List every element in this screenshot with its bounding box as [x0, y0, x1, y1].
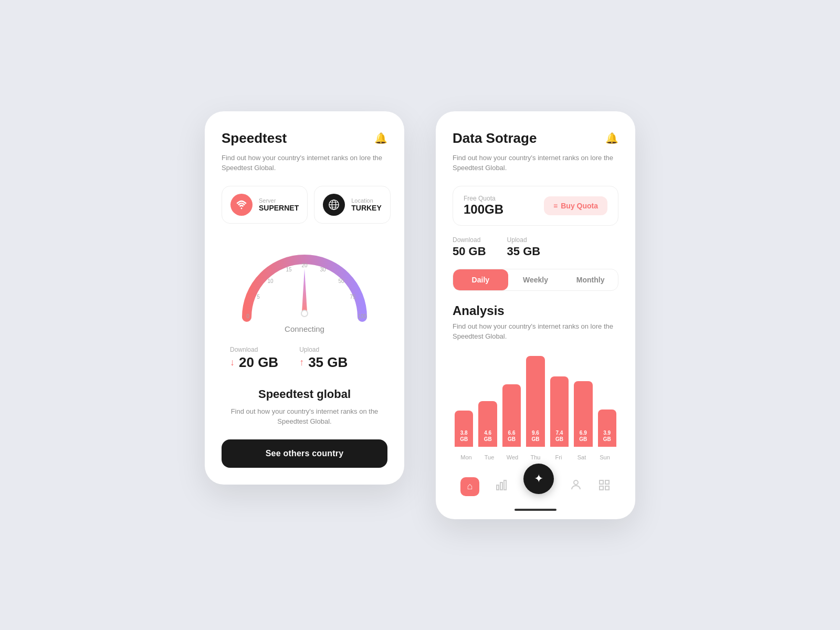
- mini-download-label: Download: [453, 236, 486, 244]
- svg-rect-18: [504, 480, 506, 490]
- svg-text:15: 15: [286, 267, 292, 272]
- nav-grid-button[interactable]: [598, 479, 611, 495]
- server-label: Server SUPERNET: [259, 197, 299, 212]
- speedtest-card: Speedtest 🔔 Find out how your country's …: [205, 111, 404, 485]
- download-value: 20 GB: [239, 354, 278, 371]
- svg-rect-17: [500, 482, 502, 490]
- svg-point-15: [301, 310, 308, 317]
- buy-quota-icon: ≡: [553, 202, 558, 210]
- bottom-nav: ⌂ ✦: [453, 469, 618, 509]
- bar-col-wed: 6.6 GB: [502, 352, 521, 447]
- bar-col-tue: 4.6 GB: [478, 352, 497, 447]
- tab-weekly[interactable]: Weekly: [508, 269, 563, 290]
- svg-marker-14: [302, 269, 307, 312]
- upload-label: Upload: [299, 346, 348, 353]
- nav-chart-button[interactable]: [495, 479, 508, 495]
- bar-label-tue: 4.6 GB: [484, 430, 492, 443]
- svg-rect-23: [605, 486, 609, 490]
- location-icon-wrap: [323, 194, 345, 216]
- global-section: Speedtest global Find out how your count…: [222, 387, 387, 427]
- server-label-small: Server: [259, 197, 299, 204]
- quota-section: Free Quota 100GB ≡ Buy Quota: [453, 186, 618, 226]
- bar-col-sat: 6.9 GB: [574, 352, 592, 447]
- mini-download-value: 50 GB: [453, 245, 486, 258]
- connecting-text: Connecting: [285, 324, 324, 333]
- location-label: Location TURKEY: [351, 197, 382, 212]
- server-icon-wrap: [230, 194, 253, 216]
- location-box[interactable]: Location TURKEY: [314, 186, 391, 224]
- home-icon: ⌂: [467, 481, 473, 492]
- bar-label-fri: 7.4 GB: [555, 430, 563, 443]
- download-item: Download ↓ 20 GB: [230, 346, 278, 371]
- bar-day-fri: Fri: [547, 454, 570, 460]
- svg-text:20: 20: [301, 262, 308, 268]
- mini-upload: Upload 35 GB: [507, 236, 541, 258]
- svg-text:0: 0: [246, 313, 249, 319]
- svg-text:50: 50: [338, 278, 344, 284]
- bar-label-sun: 3.9 GB: [603, 430, 611, 443]
- svg-text:75: 75: [350, 294, 356, 300]
- dl-ul-mini-row: Download 50 GB Upload 35 GB: [453, 236, 618, 258]
- see-others-button[interactable]: See others country: [222, 439, 387, 468]
- bar-day-wed: Wed: [501, 454, 524, 460]
- nav-home-button[interactable]: ⌂: [460, 477, 479, 496]
- tab-row: Daily Weekly Monthly: [453, 269, 618, 291]
- bar-col-sun: 3.9 GB: [598, 352, 616, 447]
- bar-label-mon: 3.8 GB: [460, 430, 468, 443]
- svg-text:10: 10: [267, 278, 274, 284]
- bar-day-sun: Sun: [593, 454, 616, 460]
- download-value-row: ↓ 20 GB: [230, 354, 278, 371]
- tab-monthly[interactable]: Monthly: [563, 269, 618, 290]
- bar-sun: 3.9 GB: [598, 410, 616, 446]
- bar-mon: 3.8 GB: [455, 411, 473, 446]
- bar-tue: 4.6 GB: [478, 401, 497, 446]
- bar-col-mon: 3.8 GB: [455, 352, 473, 447]
- global-title: Speedtest global: [222, 387, 387, 401]
- server-box[interactable]: Server SUPERNET: [222, 186, 308, 224]
- speedometer: 0 5 10 15 20 30 50 75 100: [222, 238, 387, 333]
- bar-day-tue: Tue: [478, 454, 501, 460]
- tab-daily[interactable]: Daily: [453, 269, 508, 290]
- left-card-title: Speedtest: [222, 130, 287, 146]
- app-container: Speedtest 🔔 Find out how your country's …: [173, 80, 667, 551]
- bar-day-mon: Mon: [455, 454, 478, 460]
- right-card-header: Data Sotrage 🔔: [453, 130, 618, 146]
- mini-upload-value: 35 GB: [507, 245, 541, 258]
- svg-point-19: [574, 480, 578, 485]
- upload-value: 35 GB: [308, 354, 348, 371]
- fab-icon: ✦: [534, 472, 543, 486]
- analysis-subtitle: Find out how your country's internet ran…: [453, 321, 618, 342]
- server-value: SUPERNET: [259, 204, 299, 212]
- bar-label-thu: 9.6 GB: [531, 430, 539, 443]
- bar-wed: 6.6 GB: [502, 384, 521, 447]
- buy-quota-label: Buy Quota: [561, 202, 598, 210]
- nav-fab-button[interactable]: ✦: [523, 464, 554, 494]
- svg-rect-20: [600, 480, 603, 484]
- analysis-title: Analysis: [453, 303, 618, 318]
- right-card-title: Data Sotrage: [453, 130, 537, 146]
- chart-icon: [495, 479, 508, 495]
- nav-home-bg: ⌂: [460, 477, 479, 496]
- bar-fri: 7.4 GB: [550, 376, 569, 446]
- globe-icon: [328, 199, 340, 211]
- bar-day-thu: Thu: [524, 454, 547, 460]
- mini-upload-label: Upload: [507, 236, 541, 244]
- bar-sat: 6.9 GB: [574, 381, 592, 446]
- bar-thu: 9.6 GB: [526, 356, 544, 447]
- right-card-subtitle: Find out how your country's internet ran…: [453, 153, 618, 173]
- svg-rect-16: [497, 485, 499, 490]
- nav-person-button[interactable]: [570, 479, 582, 495]
- bar-label-sat: 6.9 GB: [579, 430, 587, 443]
- bell-icon[interactable]: 🔔: [374, 132, 387, 144]
- buy-quota-button[interactable]: ≡ Buy Quota: [544, 196, 607, 215]
- upload-value-row: ↑ 35 GB: [299, 354, 348, 371]
- bar-day-sat: Sat: [570, 454, 593, 460]
- bar-label-wed: 6.6 GB: [508, 430, 516, 443]
- svg-rect-22: [600, 486, 603, 490]
- upload-item: Upload ↑ 35 GB: [299, 346, 348, 371]
- svg-text:100: 100: [358, 313, 367, 319]
- right-bell-icon[interactable]: 🔔: [605, 132, 618, 144]
- person-icon: [570, 479, 582, 495]
- quota-label: Free Quota: [464, 195, 503, 202]
- left-card-subtitle: Find out how your country's internet ran…: [222, 153, 387, 173]
